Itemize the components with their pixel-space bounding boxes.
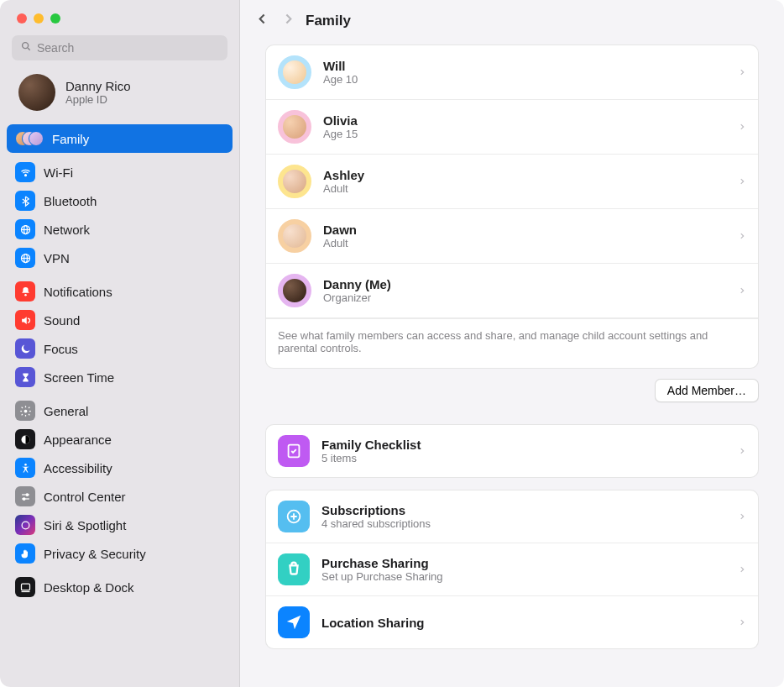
setting-title: Purchase Sharing: [321, 556, 726, 570]
sidebar-item-screen-time[interactable]: Screen Time: [7, 363, 233, 391]
sidebar-item-label: Siri & Spotlight: [44, 518, 126, 532]
sidebar-item-sound[interactable]: Sound: [7, 306, 233, 334]
sidebar-item-privacy[interactable]: Privacy & Security: [7, 539, 233, 568]
titlebar: Family: [240, 0, 784, 45]
subscriptions-row[interactable]: Subscriptions 4 shared subscriptions: [266, 490, 758, 543]
family-members-card: Will Age 10 Olivia Age 15 As: [265, 45, 759, 369]
location-icon: [278, 606, 310, 638]
sidebar-item-siri[interactable]: Siri & Spotlight: [7, 511, 233, 539]
sidebar-item-family[interactable]: Family: [7, 124, 233, 153]
sidebar-item-label: Wi-Fi: [44, 165, 73, 180]
member-avatar: [278, 274, 311, 307]
sidebar-item-label: General: [44, 404, 88, 418]
sidebar-item-label: Bluetooth: [44, 194, 97, 208]
sidebar-item-bluetooth[interactable]: Bluetooth: [7, 186, 233, 215]
family-member-row[interactable]: Danny (Me) Organizer: [266, 264, 758, 318]
member-subtitle: Age 10: [323, 73, 726, 86]
member-name: Danny (Me): [323, 277, 726, 291]
member-name: Olivia: [323, 113, 726, 128]
family-avatars-icon: [15, 128, 44, 149]
sidebar-item-label: Accessibility: [44, 461, 112, 475]
chevron-right-icon: [738, 285, 746, 296]
sidebar-item-desktop-dock[interactable]: Desktop & Dock: [7, 573, 233, 601]
accessibility-icon: [15, 458, 35, 478]
bell-icon: [15, 281, 35, 302]
family-member-row[interactable]: Dawn Adult: [266, 209, 758, 264]
family-checklist-row[interactable]: Family Checklist 5 items: [266, 425, 758, 477]
chevron-right-icon: [738, 564, 746, 575]
family-member-row[interactable]: Ashley Adult: [266, 155, 758, 209]
sidebar-item-label: Network: [44, 223, 90, 237]
svg-point-2: [24, 174, 26, 176]
sidebar-item-focus[interactable]: Focus: [7, 334, 233, 363]
search-field[interactable]: [12, 35, 227, 60]
purchase-sharing-row[interactable]: Purchase Sharing Set up Purchase Sharing: [266, 543, 758, 596]
sidebar-item-control-center[interactable]: Control Center: [7, 482, 233, 511]
purchase-sharing-icon: [278, 553, 310, 585]
main-content: Family Will Age 10 Olivia Age 15: [240, 0, 784, 687]
close-window-button[interactable]: [17, 13, 27, 24]
sidebar-item-label: Notifications: [44, 285, 112, 299]
sidebar-item-vpn[interactable]: VPN: [7, 244, 233, 272]
member-name: Dawn: [323, 223, 726, 237]
sidebar-item-wifi[interactable]: Wi-Fi: [7, 158, 233, 186]
member-avatar: [278, 219, 311, 253]
svg-point-14: [26, 493, 29, 496]
sidebar-item-label: Family: [52, 132, 89, 146]
vpn-icon: [15, 248, 35, 268]
chevron-right-icon: [738, 445, 746, 457]
setting-subtitle: 4 shared subscriptions: [321, 517, 726, 530]
setting-subtitle: 5 items: [321, 452, 726, 464]
member-avatar: [278, 55, 311, 89]
setting-title: Location Sharing: [321, 616, 726, 630]
svg-point-0: [23, 43, 29, 49]
member-avatar: [278, 110, 311, 144]
chevron-right-icon: [738, 511, 746, 522]
svg-line-1: [28, 48, 30, 50]
setting-title: Family Checklist: [321, 438, 726, 452]
minimize-window-button[interactable]: [34, 13, 44, 24]
sidebar-item-label: Desktop & Dock: [44, 580, 134, 595]
member-subtitle: Adult: [323, 237, 726, 249]
chevron-right-icon: [738, 121, 746, 133]
svg-point-17: [22, 522, 29, 529]
account-subtitle: Apple ID: [65, 93, 131, 106]
search-icon: [20, 40, 32, 55]
sidebar-item-label: Privacy & Security: [44, 547, 146, 561]
checklist-card: Family Checklist 5 items: [265, 424, 759, 478]
hourglass-icon: [15, 367, 35, 387]
page-title: Family: [306, 13, 351, 29]
add-member-button[interactable]: Add Member…: [655, 379, 759, 402]
appearance-icon: [15, 429, 35, 449]
search-input[interactable]: [37, 41, 219, 55]
sidebar-item-appearance[interactable]: Appearance: [7, 425, 233, 454]
member-subtitle: Age 15: [323, 128, 726, 140]
sharing-settings-card: Subscriptions 4 shared subscriptions Pur…: [265, 490, 759, 649]
sidebar-item-network[interactable]: Network: [7, 215, 233, 244]
chevron-right-icon: [738, 176, 746, 187]
chevron-right-icon: [738, 230, 746, 242]
back-button[interactable]: [255, 12, 269, 29]
control-center-icon: [15, 486, 35, 506]
nav-arrows: [255, 12, 295, 29]
window: Danny Rico Apple ID Family Wi-Fi: [0, 0, 784, 687]
sidebar-item-label: Sound: [44, 313, 80, 328]
family-member-row[interactable]: Olivia Age 15: [266, 100, 758, 155]
account-avatar: [18, 74, 55, 111]
account-name: Danny Rico: [65, 79, 131, 93]
family-member-row[interactable]: Will Age 10: [266, 45, 758, 100]
sidebar-item-label: Appearance: [44, 433, 112, 447]
window-controls: [0, 10, 239, 35]
location-sharing-row[interactable]: Location Sharing: [266, 596, 758, 648]
chevron-right-icon: [738, 66, 746, 78]
sidebar-item-general[interactable]: General: [7, 396, 233, 425]
sidebar-item-notifications[interactable]: Notifications: [7, 277, 233, 306]
chevron-right-icon: [738, 616, 746, 628]
sidebar-item-accessibility[interactable]: Accessibility: [7, 454, 233, 482]
sidebar-nav: Family Wi-Fi Bluetooth: [0, 119, 239, 687]
maximize-window-button[interactable]: [50, 13, 60, 24]
svg-point-10: [24, 409, 27, 412]
apple-id-account-row[interactable]: Danny Rico Apple ID: [0, 69, 239, 119]
checklist-icon: [278, 435, 310, 467]
member-subtitle: Organizer: [323, 291, 726, 304]
